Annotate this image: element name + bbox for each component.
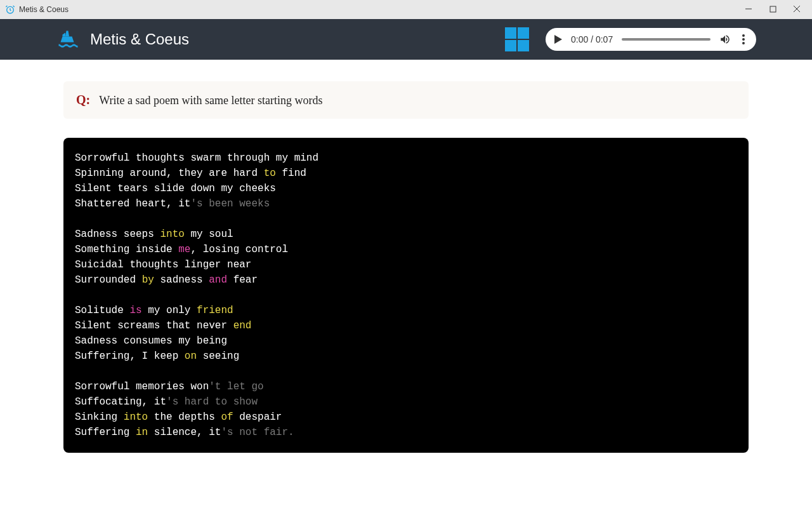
window-controls (742, 5, 803, 15)
titlebar-left: Metis & Coeus (5, 4, 69, 15)
app-title: Metis & Coeus (90, 30, 189, 48)
app-header: Metis & Coeus 0:00 / 0:07 (0, 19, 812, 60)
play-button[interactable] (554, 35, 562, 44)
main-content: Q: Write a sad poem with same letter sta… (0, 60, 812, 453)
logo-ship-icon (56, 28, 79, 51)
volume-icon[interactable] (719, 34, 731, 45)
app-icon (5, 4, 15, 15)
svg-rect-2 (770, 6, 776, 12)
question-box: Q: Write a sad poem with same letter sta… (63, 81, 749, 119)
question-text: Write a sad poem with same letter starti… (99, 94, 322, 107)
audio-menu-button[interactable] (740, 32, 747, 47)
poem-output: Sorrowful thoughts swarm through my mind… (63, 138, 749, 453)
windows-icon[interactable] (505, 27, 529, 51)
header-left: Metis & Coeus (56, 28, 189, 51)
poem-text: Sorrowful thoughts swarm through my mind… (75, 150, 737, 440)
audio-player: 0:00 / 0:07 (546, 28, 756, 51)
minimize-button[interactable] (742, 5, 755, 15)
window-titlebar: Metis & Coeus (0, 0, 812, 19)
header-right: 0:00 / 0:07 (505, 27, 756, 51)
maximize-button[interactable] (766, 5, 779, 15)
audio-seek-slider[interactable] (622, 38, 710, 41)
window-title: Metis & Coeus (19, 5, 69, 14)
question-label: Q: (76, 93, 90, 107)
close-button[interactable] (790, 5, 803, 15)
audio-time: 0:00 / 0:07 (571, 34, 613, 44)
